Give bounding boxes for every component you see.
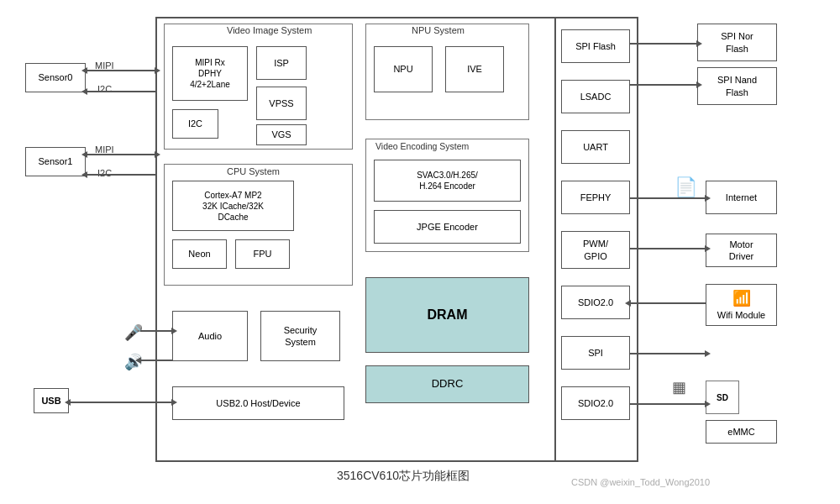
- cortex-block: Cortex-A7 MP2 32K ICache/32K DCache: [172, 181, 294, 231]
- i2c2-line: [87, 174, 155, 176]
- spi-right-block: SPI: [561, 336, 630, 370]
- watermark: CSDN @weixin_Todd_Wong2010: [571, 477, 710, 487]
- uart-block: UART: [561, 130, 630, 164]
- sd-icon: SD: [706, 381, 739, 414]
- spi-nor-block: SPI Nor Flash: [697, 24, 777, 61]
- spi-sd-arrow: [630, 353, 706, 354]
- dram-block: DRAM: [365, 277, 529, 353]
- npu-block: NPU: [374, 46, 433, 92]
- isp-block: ISP: [256, 46, 307, 80]
- sensor0-block: Sensor0: [25, 63, 86, 92]
- fephy-block: FEPHY: [561, 181, 630, 214]
- mipi2-line: [87, 154, 155, 155]
- usb-arrow: [70, 402, 172, 403]
- audio-arrow1: [140, 330, 172, 332]
- audio-block: Audio: [172, 311, 248, 361]
- wifi-block: 📶 Wifi Module: [706, 284, 777, 326]
- audio-arrow2: [140, 360, 172, 361]
- diagram-title: 3516CV610芯片功能框图: [277, 469, 529, 484]
- neon-block: Neon: [172, 239, 227, 269]
- sdio2-block: SDIO2.0: [561, 386, 630, 420]
- diagram: Video Image System MIPI Rx DPHY 4/2+2Lan…: [0, 0, 840, 504]
- spi-nand-block: SPI Nand Flash: [697, 67, 777, 105]
- i2c-vi-block: I2C: [172, 109, 218, 139]
- wifi-arrow: [630, 302, 706, 304]
- file-icon: 📄: [675, 176, 697, 198]
- cpu-label: CPU System: [227, 166, 280, 176]
- usb-ext-block: USB: [34, 388, 69, 413]
- video-image-label: Video Image System: [227, 25, 312, 35]
- sensor1-block: Sensor1: [25, 147, 86, 176]
- svac-block: SVAC3.0/H.265/ H.264 Encoder: [374, 160, 521, 202]
- ddrc-block: DDRC: [365, 365, 529, 403]
- fpu-block: FPU: [235, 239, 290, 269]
- motor-arrow: [630, 248, 706, 249]
- lsadc-block: LSADC: [561, 80, 630, 113]
- sdio1-block: SDIO2.0: [561, 286, 630, 319]
- usb-block: USB2.0 Host/Device: [172, 386, 344, 420]
- mic-icon: 🎤: [124, 323, 143, 342]
- vpss-block: VPSS: [256, 87, 307, 120]
- security-block: Security System: [260, 311, 340, 361]
- spi-nor-arrow: [630, 43, 697, 45]
- spi-flash-block: SPI Flash: [561, 29, 630, 63]
- spi-nand-arrow: [630, 84, 697, 86]
- jpge-block: JPGE Encoder: [374, 210, 521, 244]
- internet-block: Internet: [706, 181, 777, 214]
- motor-block: Motor Driver: [706, 234, 777, 267]
- mipi1-line: [87, 70, 155, 71]
- mipi-rx-block: MIPI Rx DPHY 4/2+2Lane: [172, 46, 248, 101]
- vgs-block: VGS: [256, 124, 307, 145]
- emmc-arrow: [630, 403, 706, 405]
- emmc-block: eMMC: [706, 420, 777, 444]
- ive-block: IVE: [445, 46, 504, 92]
- video-encoding-label: Video Encoding System: [375, 141, 469, 151]
- barcode-icon: ▦: [672, 378, 686, 396]
- npu-label: NPU System: [412, 25, 465, 35]
- pwm-gpio-block: PWM/ GPIO: [561, 231, 630, 269]
- i2c1-label: I2C: [97, 84, 112, 94]
- i2c1-line: [87, 91, 155, 92]
- i2c2-label: I2C: [97, 168, 112, 178]
